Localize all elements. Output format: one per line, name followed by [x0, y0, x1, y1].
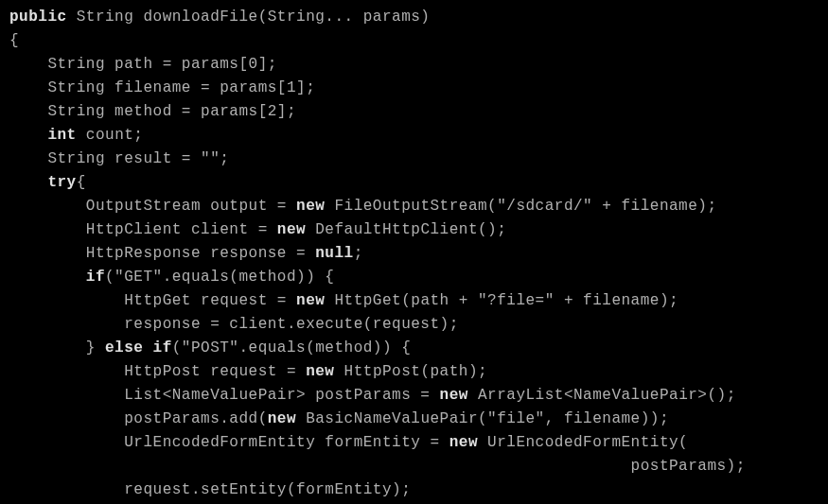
keyword-token: else if — [105, 339, 172, 356]
code-token: request.setEntity(formEntity); — [9, 481, 411, 498]
code-token: HttpGet request = — [9, 292, 296, 309]
code-token: ; — [354, 245, 363, 262]
code-token — [9, 127, 47, 144]
keyword-token: new — [449, 434, 478, 451]
code-block: public String downloadFile(String... par… — [0, 0, 828, 504]
code-token: HttpGet(path + "?file=" + filename); — [325, 292, 678, 309]
code-token: UrlEncodedFormEntity formEntity = — [9, 434, 449, 451]
keyword-token: new — [296, 198, 325, 215]
code-token: String result = ""; — [9, 150, 229, 167]
code-token: String filename = params[1]; — [9, 79, 315, 96]
keyword-token: new — [277, 221, 306, 238]
code-token: DefaultHttpClient(); — [306, 221, 506, 238]
code-token — [9, 269, 86, 286]
code-token: response = client.execute(request); — [9, 316, 459, 333]
code-token: HttpPost request = — [9, 363, 306, 380]
code-token: List<NameValuePair> postParams = — [9, 387, 440, 404]
code-token: ("GET".equals(method)) { — [105, 269, 334, 286]
code-token: postParams.add( — [9, 410, 268, 427]
keyword-token: new — [296, 292, 325, 309]
keyword-token: int — [47, 127, 76, 144]
code-token — [9, 174, 47, 191]
code-token: { — [77, 174, 86, 191]
code-token: } — [9, 339, 105, 356]
keyword-token: if — [86, 269, 105, 286]
code-token: String method = params[2]; — [9, 103, 296, 120]
keyword-token: null — [315, 245, 353, 262]
code-token: HttpResponse response = — [9, 245, 315, 262]
keyword-token: new — [306, 363, 334, 380]
keyword-token: new — [268, 410, 296, 427]
code-token: ("POST".equals(method)) { — [172, 339, 412, 356]
code-token: String downloadFile(String... params) — [67, 9, 431, 26]
keyword-token: try — [47, 174, 76, 191]
code-token: ArrayList<NameValuePair>(); — [468, 387, 736, 404]
code-token: HttpPost(path); — [334, 363, 487, 380]
code-token: HttpClient client = — [9, 221, 277, 238]
keyword-token: public — [9, 9, 67, 26]
code-token: count; — [77, 127, 144, 144]
code-token: UrlEncodedFormEntity( — [478, 434, 688, 451]
keyword-token: new — [440, 387, 468, 404]
code-token: BasicNameValuePair("file", filename)); — [296, 410, 669, 427]
code-token: String path = params[0]; — [9, 56, 277, 73]
code-token: FileOutputStream("/sdcard/" + filename); — [325, 198, 716, 215]
code-token: OutputStream output = — [9, 198, 296, 215]
code-token: { — [9, 32, 19, 49]
code-token: postParams); — [9, 458, 746, 475]
